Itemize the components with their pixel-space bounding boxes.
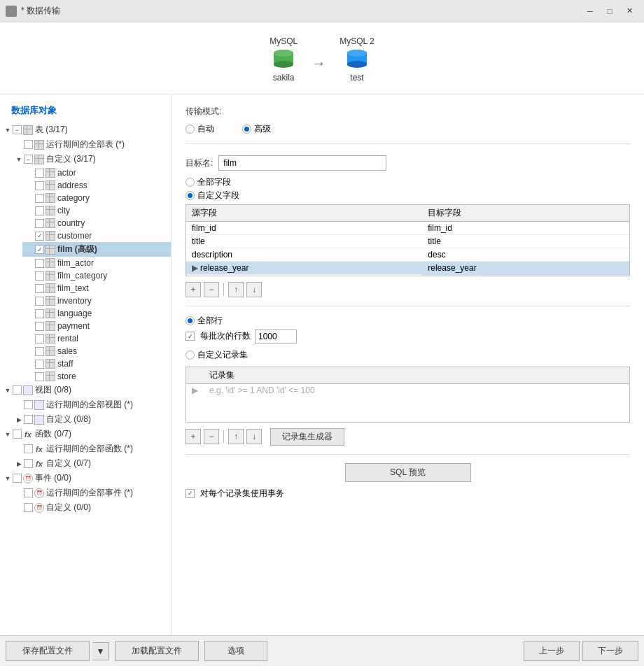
options-button[interactable]: 选项 [204, 641, 267, 661]
tree-film-actor[interactable]: ▶ film_actor [22, 257, 171, 269]
maximize-button[interactable]: □ [601, 4, 619, 18]
checkbox-city[interactable] [35, 206, 44, 215]
checkbox-film-actor[interactable] [35, 259, 44, 268]
move-down-field-button[interactable]: ↓ [246, 282, 262, 297]
checkbox-actor[interactable] [35, 169, 44, 178]
checkbox-film-text[interactable] [35, 284, 44, 293]
add-field-button[interactable]: + [186, 282, 201, 297]
tree-events-row[interactable]: ▼ ⏰ 事件 (0/0) [0, 471, 171, 486]
checkbox-customer[interactable] [35, 232, 44, 241]
tree-country[interactable]: ▶ country [22, 217, 171, 229]
tree-city[interactable]: ▶ city [22, 204, 171, 217]
remove-field-button[interactable]: − [204, 282, 219, 297]
source-film-id: film_id [186, 222, 422, 235]
checkbox-events[interactable] [13, 474, 22, 483]
checkbox-rental[interactable] [35, 334, 44, 343]
tree-all-tables-row[interactable]: ▶ 运行期间的全部表 (*) [11, 137, 171, 152]
fields-row-1[interactable]: film_id film_id [186, 222, 629, 235]
remove-record-button[interactable]: − [204, 429, 219, 444]
tree-custom-toggle[interactable]: ▼ [14, 155, 24, 164]
fields-row-2[interactable]: title title [186, 235, 629, 248]
tree-tables-toggle[interactable]: ▼ [3, 125, 13, 135]
minimize-button[interactable]: ─ [581, 4, 599, 18]
radio-auto[interactable]: 自动 [186, 123, 214, 135]
tree-all-views-row[interactable]: ▶ 运行期间的全部视图 (*) [11, 397, 171, 412]
checkbox-custom[interactable] [24, 155, 33, 164]
move-up-field-button[interactable]: ↑ [228, 282, 244, 297]
tree-custom-events-row[interactable]: ▶ ⏰ 自定义 (0/0) [11, 500, 171, 515]
checkbox-custom-events[interactable] [24, 503, 33, 512]
checkbox-inventory[interactable] [35, 297, 44, 306]
prev-button[interactable]: 上一步 [524, 641, 580, 661]
radio-all-fields[interactable]: 全部字段 [186, 176, 630, 188]
save-config-dropdown-button[interactable]: ▼ [92, 642, 109, 660]
close-button[interactable]: ✕ [620, 4, 638, 18]
tree-custom-views-toggle[interactable]: ▶ [14, 415, 24, 425]
tree-all-events-row[interactable]: ▶ ⏰ 运行期间的全部事件 (*) [11, 486, 171, 500]
sql-preview-button[interactable]: SQL 预览 [345, 463, 471, 482]
generate-recordset-button[interactable]: 记录集生成器 [270, 428, 344, 446]
add-record-button[interactable]: + [186, 429, 201, 444]
checkbox-custom-views[interactable] [24, 415, 33, 424]
batch-rows-input[interactable] [255, 330, 297, 343]
checkbox-store[interactable] [35, 372, 44, 381]
tree-film-category[interactable]: ▶ film_category [22, 269, 171, 282]
tree-custom-functions-toggle[interactable]: ▶ [14, 459, 24, 469]
checkbox-custom-functions[interactable] [24, 459, 33, 468]
recordset-row-1[interactable]: ▶ e.g. 'id' >= 1 AND 'id' <= 100 [186, 383, 629, 397]
checkbox-transaction[interactable] [186, 489, 195, 498]
next-button[interactable]: 下一步 [582, 641, 638, 661]
tree-address[interactable]: ▶ address [22, 179, 171, 192]
tree-functions-row[interactable]: ▼ fx 函数 (0/7) [0, 427, 171, 441]
checkbox-all-views[interactable] [24, 400, 33, 409]
move-down-record-button[interactable]: ↓ [246, 429, 262, 444]
radio-custom-recordset[interactable]: 自定义记录集 [186, 349, 630, 361]
fields-row-4[interactable]: ▶ release_year release_year [186, 262, 629, 276]
checkbox-staff[interactable] [35, 360, 44, 369]
load-config-button[interactable]: 加载配置文件 [115, 641, 199, 661]
checkbox-tables[interactable] [13, 125, 22, 134]
checkbox-all-events[interactable] [24, 488, 33, 497]
checkbox-language[interactable] [35, 309, 44, 318]
save-config-button[interactable]: 保存配置文件 [6, 641, 90, 661]
checkbox-all-tables[interactable] [24, 140, 33, 149]
radio-all-rows[interactable]: 全部行 [186, 315, 630, 327]
tree-store[interactable]: ▶ store [22, 370, 171, 383]
tree-actor[interactable]: ▶ actor [22, 166, 171, 179]
tree-language[interactable]: ▶ language [22, 307, 171, 320]
checkbox-batch-rows[interactable] [186, 332, 195, 341]
tree-rental[interactable]: ▶ rental [22, 332, 171, 345]
tree-film[interactable]: ▶ film (高级) [22, 242, 171, 257]
tree-category[interactable]: ▶ category [22, 192, 171, 204]
tree-views-toggle[interactable]: ▼ [3, 385, 13, 395]
tree-staff[interactable]: ▶ staff [22, 357, 171, 370]
checkbox-film[interactable] [35, 245, 44, 254]
tree-customer[interactable]: ▶ customer [22, 229, 171, 242]
tree-views-row[interactable]: ▼ 视图 (0/8) [0, 383, 171, 397]
checkbox-category[interactable] [35, 194, 44, 203]
checkbox-views[interactable] [13, 385, 22, 395]
checkbox-payment[interactable] [35, 322, 44, 331]
tree-custom-functions-row[interactable]: ▶ fx 自定义 (0/7) [11, 456, 171, 471]
move-up-record-button[interactable]: ↑ [228, 429, 244, 444]
tree-all-functions-row[interactable]: ▶ fx 运行期间的全部函数 (*) [11, 441, 171, 456]
radio-custom-fields[interactable]: 自定义字段 [186, 190, 630, 201]
tree-sales[interactable]: ▶ sales [22, 345, 171, 357]
tree-custom-views-row[interactable]: ▶ 自定义 (0/8) [11, 412, 171, 427]
tree-payment[interactable]: ▶ payment [22, 320, 171, 332]
tree-events-toggle[interactable]: ▼ [3, 474, 13, 483]
tree-film-text[interactable]: ▶ film_text [22, 282, 171, 295]
radio-advanced[interactable]: 高级 [242, 123, 271, 135]
tree-inventory[interactable]: ▶ inventory [22, 295, 171, 307]
checkbox-all-functions[interactable] [24, 444, 33, 453]
checkbox-functions[interactable] [13, 430, 22, 439]
checkbox-sales[interactable] [35, 347, 44, 356]
tree-tables-row[interactable]: ▼ 表 (3/17) [0, 122, 171, 137]
fields-row-3[interactable]: description desc [186, 248, 629, 262]
tree-functions-toggle[interactable]: ▼ [3, 430, 13, 439]
tree-custom-row[interactable]: ▼ 自定义 (3/17) [11, 152, 171, 166]
checkbox-address[interactable] [35, 181, 44, 190]
checkbox-film-category[interactable] [35, 271, 44, 281]
checkbox-country[interactable] [35, 219, 44, 228]
target-name-input[interactable] [218, 155, 386, 171]
